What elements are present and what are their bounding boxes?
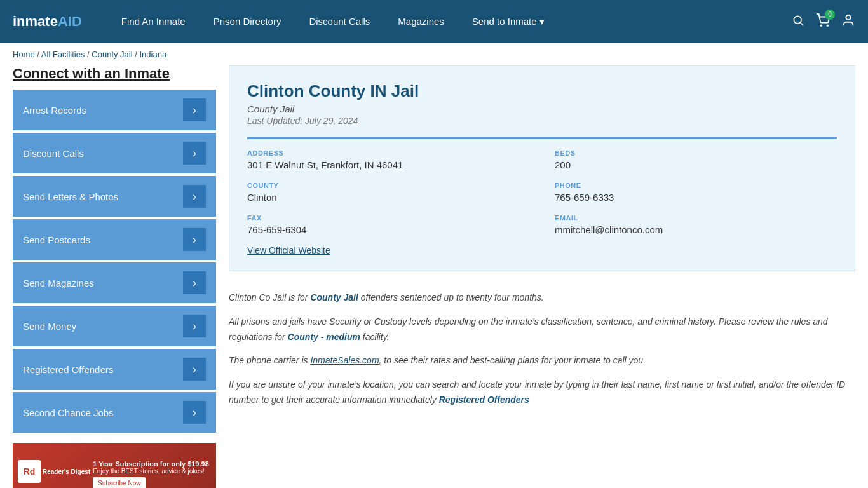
sidebar-title: Connect with an Inmate [13,65,216,82]
sidebar-item-send-postcards[interactable]: Send Postcards › [13,219,216,260]
ad-tagline-text: Enjoy the BEST stories, advice & jokes! [93,468,209,475]
arrow-icon: › [183,98,206,121]
phone-group: PHONE 765-659-6333 [555,182,837,203]
arrow-icon: › [183,315,206,337]
fax-value: 765-659-6304 [247,224,529,235]
sidebar-item-send-letters[interactable]: Send Letters & Photos › [13,176,216,217]
beds-value: 200 [555,159,837,170]
county-jail-link[interactable]: County Jail [310,292,358,302]
beds-group: BEDS 200 [555,149,837,170]
svg-line-1 [801,22,804,25]
arrow-icon: › [183,401,206,424]
county-value: Clinton [247,192,529,203]
fax-label: FAX [247,214,529,222]
search-button[interactable] [792,14,804,30]
site-logo[interactable]: inmateAID [13,13,82,30]
facility-description: Clinton Co Jail is for County Jail offen… [229,284,855,423]
inmate-sales-link[interactable]: InmateSales.com [310,355,379,365]
email-group: EMAIL mmitchell@clintonco.com [555,214,837,235]
arrow-icon: › [183,271,206,294]
main-container: Connect with an Inmate Arrest Records › … [0,65,868,488]
county-group: COUNTY Clinton [247,182,529,203]
view-website-link[interactable]: View Official Website [247,245,330,255]
breadcrumb: Home / All Facilities / County Jail / In… [0,43,868,65]
cart-count: 0 [825,10,835,20]
nav-find-inmate[interactable]: Find An Inmate [107,0,200,43]
sidebar-menu: Arrest Records › Discount Calls › Send L… [13,90,216,433]
readers-digest-logo: Rd [18,460,41,483]
email-value: mmitchell@clintonco.com [555,224,837,235]
header-icons: 0 [792,13,855,30]
user-icon [841,13,855,27]
registered-offenders-link[interactable]: Registered Offenders [439,395,529,405]
sidebar-item-send-money[interactable]: Send Money › [13,306,216,346]
breadcrumb-indiana[interactable]: Indiana [139,50,166,59]
svg-point-3 [827,25,828,26]
facility-type: County Jail [247,104,837,114]
facility-last-updated: Last Updated: July 29, 2024 [247,116,837,126]
phone-value: 765-659-6333 [555,192,837,203]
nav-prison-directory[interactable]: Prison Directory [200,0,295,43]
breadcrumb-home[interactable]: Home [13,50,35,59]
search-icon [792,14,804,27]
sidebar-item-second-chance-jobs[interactable]: Second Chance Jobs › [13,392,216,433]
svg-point-2 [820,25,822,26]
svg-point-4 [846,15,850,19]
address-label: ADDRESS [247,149,529,157]
facility-details: ADDRESS 301 E Walnut St, Frankfort, IN 4… [247,137,837,235]
arrow-icon: › [183,228,206,251]
sidebar-item-discount-calls[interactable]: Discount Calls › [13,133,216,173]
nav-magazines[interactable]: Magazines [384,0,458,43]
svg-point-0 [794,16,801,24]
sidebar-item-registered-offenders[interactable]: Registered Offenders › [13,349,216,390]
facility-name: Clinton County IN Jail [247,81,837,101]
sidebar-item-arrest-records[interactable]: Arrest Records › [13,90,216,130]
beds-label: BEDS [555,149,837,157]
ad-offer-text: 1 Year Subscription for only $19.98 [93,460,209,468]
sidebar-item-send-magazines[interactable]: Send Magazines › [13,262,216,303]
advertisement-banner[interactable]: Rd Reader's Digest 1 Year Subscription f… [13,443,216,488]
county-label: COUNTY [247,182,529,189]
desc-para2: All prisons and jails have Security or C… [229,315,855,345]
desc-para3: The phone carrier is InmateSales.com, to… [229,353,855,369]
arrow-icon: › [183,185,206,208]
desc-para4: If you are unsure of your inmate’s locat… [229,377,855,408]
user-button[interactable] [841,13,855,30]
address-group: ADDRESS 301 E Walnut St, Frankfort, IN 4… [247,149,529,170]
dropdown-arrow-icon: ▾ [539,0,545,43]
nav-send-to-inmate[interactable]: Send to Inmate ▾ [458,0,559,43]
sidebar: Connect with an Inmate Arrest Records › … [13,65,216,488]
fax-group: FAX 765-659-6304 [247,214,529,235]
arrow-icon: › [183,358,206,381]
email-label: EMAIL [555,214,837,222]
county-medium-link[interactable]: County - medium [288,332,360,342]
breadcrumb-county-jail[interactable]: County Jail [92,50,132,59]
nav-discount-calls[interactable]: Discount Calls [295,0,384,43]
logo-text: inmateAID [13,13,82,30]
arrow-icon: › [183,142,206,165]
facility-card: Clinton County IN Jail County Jail Last … [229,65,855,271]
cart-button[interactable]: 0 [816,13,830,30]
facility-content: Clinton County IN Jail County Jail Last … [229,65,855,488]
address-value: 301 E Walnut St, Frankfort, IN 46041 [247,159,529,170]
desc-para1: Clinton Co Jail is for County Jail offen… [229,290,855,306]
breadcrumb-all-facilities[interactable]: All Facilities [41,50,85,59]
main-nav: Find An Inmate Prison Directory Discount… [107,0,792,43]
subscribe-button[interactable]: Subscribe Now [93,477,146,488]
phone-label: PHONE [555,182,837,189]
